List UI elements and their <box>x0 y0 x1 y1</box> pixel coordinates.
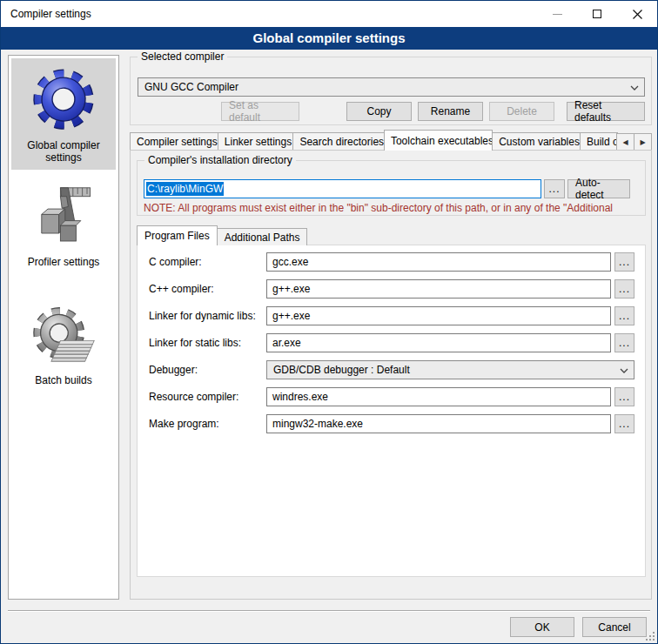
close-button[interactable] <box>617 1 657 27</box>
sidebar-item-label: Profiler settings <box>28 256 100 268</box>
tab-scroll-right-button[interactable]: ▶ <box>634 133 652 151</box>
dynamic-linker-browse-button[interactable]: ... <box>614 306 634 325</box>
chevron-down-icon <box>620 368 628 373</box>
installation-directory-value: C:\raylib\MinGW <box>146 182 224 196</box>
ellipsis-icon: ... <box>619 392 630 401</box>
field-label: Make program: <box>149 418 219 430</box>
field-label: Debugger: <box>149 364 198 376</box>
installation-directory-group: Compiler's installation directory C:\ray… <box>137 160 646 216</box>
field-value: windres.exe <box>272 391 328 403</box>
reset-defaults-button[interactable]: Reset defaults <box>567 102 645 121</box>
field-label: Resource compiler: <box>149 391 238 403</box>
auto-detect-button[interactable]: Auto-detect <box>567 179 630 198</box>
cpp-compiler-browse-button[interactable]: ... <box>614 279 634 299</box>
settings-tabstrip: Compiler settings Linker settings Search… <box>130 130 652 151</box>
sidebar-item-batch-builds[interactable]: Batch builds <box>11 297 116 392</box>
arrow-right-icon: ▶ <box>640 138 645 146</box>
maximize-icon <box>593 10 601 18</box>
batch-builds-icon <box>31 303 96 371</box>
window-controls <box>537 1 657 27</box>
tab-program-files[interactable]: Program Files <box>137 225 218 245</box>
make-program-input[interactable]: mingw32-make.exe <box>266 414 611 433</box>
debugger-select[interactable]: GDB/CDB debugger : Default <box>266 360 634 379</box>
field-value: gcc.exe <box>272 256 308 268</box>
compiler-select-value: GNU GCC Compiler <box>144 81 238 93</box>
browse-directory-button[interactable]: ... <box>544 179 565 198</box>
installation-directory-group-label: Compiler's installation directory <box>144 154 296 166</box>
page-title: Global compiler settings <box>1 27 657 50</box>
tab-search-directories[interactable]: Search directories <box>292 132 385 151</box>
tab-additional-paths[interactable]: Additional Paths <box>217 228 308 245</box>
ellipsis-icon: ... <box>619 285 630 293</box>
ellipsis-icon: ... <box>619 419 630 428</box>
rename-button[interactable]: Rename <box>418 102 483 121</box>
field-value: g++.exe <box>272 310 310 322</box>
copy-button[interactable]: Copy <box>346 102 412 121</box>
field-label: C compiler: <box>149 256 202 268</box>
sidebar-item-label: Batch builds <box>35 374 91 386</box>
field-value: ar.exe <box>272 337 301 349</box>
field-label: Linker for dynamic libs: <box>149 310 256 322</box>
resource-compiler-browse-button[interactable]: ... <box>614 387 634 406</box>
ellipsis-icon: ... <box>619 312 630 320</box>
window-title: Compiler settings <box>1 8 91 20</box>
field-value: g++.exe <box>272 283 310 295</box>
installation-note: NOTE: All programs must exist either in … <box>144 202 641 214</box>
resize-grip[interactable] <box>646 632 655 641</box>
tab-scroll-left-button[interactable]: ◀ <box>616 133 634 151</box>
minimize-icon <box>553 14 562 15</box>
sidebar-item-global-compiler-settings[interactable]: Global compiler settings <box>11 58 116 170</box>
sidebar-item-profiler-settings[interactable]: Profiler settings <box>11 177 116 274</box>
installation-directory-input[interactable]: C:\raylib\MinGW <box>144 179 541 198</box>
ellipsis-icon: ... <box>619 258 630 266</box>
c-compiler-input[interactable]: gcc.exe <box>266 252 611 272</box>
compiler-select[interactable]: GNU GCC Compiler <box>138 77 645 97</box>
make-program-browse-button[interactable]: ... <box>614 414 634 433</box>
tab-build-options[interactable]: Build options <box>580 132 618 151</box>
maximize-button[interactable] <box>577 1 617 27</box>
ellipsis-icon: ... <box>549 184 561 193</box>
static-linker-browse-button[interactable]: ... <box>614 333 634 352</box>
footer-divider <box>8 610 650 612</box>
blue-gear-icon <box>31 64 96 136</box>
cpp-compiler-input[interactable]: g++.exe <box>266 279 611 299</box>
c-compiler-browse-button[interactable]: ... <box>614 252 634 272</box>
field-label: C++ compiler: <box>149 283 214 295</box>
tab-custom-variables[interactable]: Custom variables <box>492 132 581 151</box>
title-bar: Compiler settings <box>1 1 657 27</box>
ok-button[interactable]: OK <box>510 617 574 637</box>
tab-scroll-buttons: ◀ ▶ <box>617 133 652 151</box>
tab-compiler-settings[interactable]: Compiler settings <box>130 132 218 151</box>
cancel-button[interactable]: Cancel <box>582 617 647 637</box>
field-label: Linker for static libs: <box>149 337 241 349</box>
delete-button: Delete <box>489 102 554 121</box>
caliper-icon <box>32 183 95 252</box>
settings-sidebar: Global compiler settings Profiler settin… <box>8 55 119 600</box>
tab-linker-settings[interactable]: Linker settings <box>218 132 294 151</box>
compiler-settings-dialog: Compiler settings Global compiler settin… <box>0 0 658 644</box>
debugger-select-value: GDB/CDB debugger : Default <box>273 364 410 376</box>
selected-compiler-group-label: Selected compiler <box>138 50 227 63</box>
static-linker-input[interactable]: ar.exe <box>266 333 611 352</box>
resource-compiler-input[interactable]: windres.exe <box>266 387 611 406</box>
ellipsis-icon: ... <box>619 339 630 347</box>
close-icon <box>633 10 642 19</box>
tab-toolchain-executables[interactable]: Toolchain executables <box>384 130 493 151</box>
compiler-action-buttons: Set as default Copy Rename Delete Reset … <box>138 102 645 121</box>
dynamic-linker-input[interactable]: g++.exe <box>266 306 611 325</box>
set-as-default-button: Set as default <box>221 102 299 121</box>
selected-compiler-group: Selected compiler GNU GCC Compiler Set a… <box>130 57 652 125</box>
chevron-down-icon <box>630 85 639 91</box>
program-tabstrip: Program Files Additional Paths <box>137 225 306 245</box>
arrow-left-icon: ◀ <box>622 138 628 146</box>
field-value: mingw32-make.exe <box>272 418 363 430</box>
minimize-button[interactable] <box>537 1 577 27</box>
sidebar-item-label: Global compiler settings <box>27 139 99 164</box>
